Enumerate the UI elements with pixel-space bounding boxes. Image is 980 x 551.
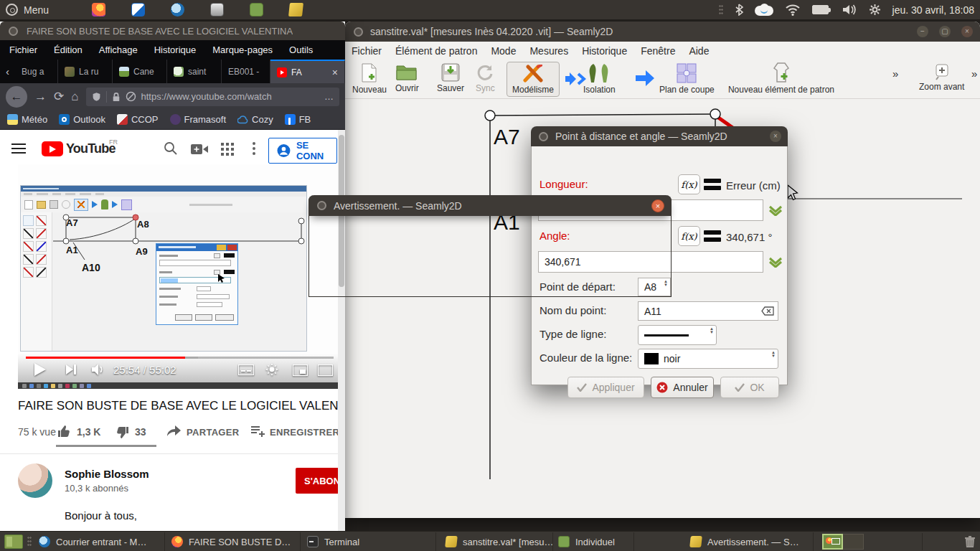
seamly-launcher-icon[interactable] (288, 3, 303, 17)
menu-historique[interactable]: Historique (582, 45, 627, 57)
tab-scroll-left-icon[interactable]: ‹ (0, 60, 15, 83)
firefox-titlebar[interactable]: FAIRE SON BUSTE DE BASE AVEC LE LOGICIEL… (0, 22, 345, 40)
point-label-a7[interactable]: A7 (494, 125, 520, 149)
window-menu-icon[interactable] (9, 27, 18, 36)
miniplayer-icon[interactable] (293, 364, 308, 376)
save-button[interactable]: ENREGISTRER (270, 427, 339, 438)
plan-de-coupe-button[interactable]: Plan de coupe (659, 63, 715, 95)
writer-launcher-icon[interactable] (131, 3, 145, 17)
tracking-shield-icon[interactable] (92, 92, 101, 102)
formula-button[interactable]: f(x) (678, 226, 700, 246)
appliquer-button[interactable]: Appliquer (567, 377, 644, 398)
thunderbird-launcher-icon[interactable] (171, 3, 184, 17)
expand-formula-icon[interactable] (768, 205, 783, 216)
reload-button[interactable]: ⟳ (54, 90, 64, 103)
workspace-1[interactable] (822, 534, 843, 550)
menu-historique[interactable]: Historique (154, 44, 197, 55)
dialog-close-icon[interactable]: × (770, 131, 781, 142)
modelisme-button[interactable]: Modélisme (507, 62, 560, 97)
apps-grid-icon[interactable] (221, 143, 234, 156)
youtube-logo-icon[interactable] (42, 141, 63, 156)
menu-fenetre[interactable]: Fenêtre (641, 45, 675, 57)
toolbar-overflow-icon[interactable]: » (892, 67, 898, 80)
bookmark-ccop[interactable]: CCOP (117, 114, 159, 125)
bookmark-fb[interactable]: FB (285, 114, 311, 125)
dialog-titlebar[interactable]: Point à distance et angle — Seamly2D × (531, 126, 788, 146)
wifi-icon[interactable] (785, 4, 801, 16)
clear-input-icon[interactable] (761, 306, 774, 316)
task-thunderbird[interactable]: Courrier entrant - M… (34, 532, 165, 551)
toolbar-overflow-icon[interactable]: » (971, 67, 977, 80)
workspace-switcher[interactable] (822, 534, 864, 550)
clock[interactable]: jeu. 30 avril, 18:08 (892, 4, 974, 16)
bookmark-cozy[interactable]: Cozy (237, 114, 273, 125)
search-icon[interactable] (164, 141, 178, 156)
tab-cane[interactable]: Cane (113, 60, 167, 83)
tab-saint[interactable]: saint (167, 60, 222, 83)
signin-button[interactable]: SE CONN (268, 138, 337, 164)
menu-affichage[interactable]: Affichage (99, 44, 138, 55)
spinner-arrows-icon[interactable]: ▲▼ (710, 327, 714, 334)
tab-la-ruche[interactable]: La ru (58, 60, 113, 83)
tab-bug[interactable]: Bug a (15, 60, 58, 83)
forward-button[interactable]: → (34, 90, 47, 103)
files-launcher-icon[interactable] (250, 3, 263, 17)
isolation-button[interactable]: Isolation (583, 63, 616, 95)
captions-icon[interactable] (238, 364, 254, 375)
menu-aide[interactable]: Aide (689, 45, 709, 57)
tab-close-icon[interactable]: × (332, 67, 338, 78)
settings-gear-icon[interactable] (869, 4, 881, 16)
couleur-dropdown[interactable]: noir ▲▼ (638, 349, 778, 369)
ok-button[interactable]: OK (720, 377, 779, 398)
video-player[interactable]: A7 A8 A1 A9 A10 (18, 164, 345, 388)
lock-icon[interactable] (112, 92, 121, 102)
channel-avatar[interactable] (18, 463, 52, 498)
sauver-button[interactable]: Sauver (437, 63, 464, 93)
like-icon[interactable] (57, 424, 72, 438)
zoom-avant-button[interactable]: Zoom avant (919, 63, 964, 92)
youtube-logo-text[interactable]: YouTube (66, 141, 116, 156)
guide-hamburger-icon[interactable] (11, 143, 26, 154)
sync-button[interactable]: Sync (476, 63, 495, 93)
save-playlist-icon[interactable] (251, 425, 265, 438)
menu-element-de-patron[interactable]: Élément de patron (395, 45, 477, 57)
menu-mode[interactable]: Mode (491, 45, 516, 57)
url-bar[interactable]: https://www.youtube.com/watch … (86, 88, 339, 106)
task-firefox[interactable]: FAIRE SON BUSTE D… (167, 532, 301, 551)
tab-eb001[interactable]: EB001 - (222, 60, 270, 83)
tab-youtube-active[interactable]: FA × (270, 60, 345, 83)
menu-mesures[interactable]: Mesures (529, 45, 568, 57)
menu-marque-pages[interactable]: Marque-pages (212, 44, 273, 55)
window-menu-icon[interactable] (317, 201, 326, 210)
type-ligne-dropdown[interactable]: ▲▼ (638, 325, 717, 345)
cloud-status-icon[interactable] (755, 4, 773, 17)
maximize-icon[interactable]: ▢ (939, 26, 951, 37)
share-button[interactable]: PARTAGER (187, 427, 239, 438)
bluetooth-icon[interactable] (735, 4, 743, 16)
menu-fichier[interactable]: Fichier (352, 45, 382, 57)
page-actions-icon[interactable]: … (324, 91, 334, 102)
next-icon[interactable] (66, 364, 77, 375)
menu-edition[interactable]: Édition (54, 44, 83, 55)
firefox-launcher-icon[interactable] (92, 3, 105, 17)
home-button[interactable]: ⌂ (71, 90, 78, 103)
like-count[interactable]: 1,3 K (77, 426, 100, 438)
minimize-icon[interactable]: − (917, 26, 928, 37)
task-seamly-main[interactable]: sanstitre.val* [mesu… (441, 532, 553, 551)
player-settings-icon[interactable] (265, 363, 278, 376)
show-desktop-button[interactable] (4, 534, 23, 549)
dislike-icon[interactable] (115, 425, 129, 440)
nouveau-button[interactable]: Nouveau (352, 63, 387, 95)
nouvel-element-button[interactable]: Nouveau élément de patron (724, 62, 839, 95)
screenshot-launcher-icon[interactable] (210, 3, 224, 17)
menu-outils[interactable]: Outils (289, 44, 313, 55)
channel-name[interactable]: Sophie Blossom (65, 468, 149, 480)
play-icon[interactable] (34, 363, 46, 376)
panel-grip[interactable] (719, 4, 723, 16)
avertissement-titlebar[interactable]: Avertissement. — Seamly2D × (308, 195, 672, 216)
window-menu-icon[interactable] (539, 132, 548, 141)
dislike-count[interactable]: 33 (135, 426, 146, 438)
trash-icon[interactable] (964, 535, 976, 548)
workspace-2[interactable] (843, 534, 864, 550)
avertissement-close-icon[interactable]: × (651, 199, 664, 212)
